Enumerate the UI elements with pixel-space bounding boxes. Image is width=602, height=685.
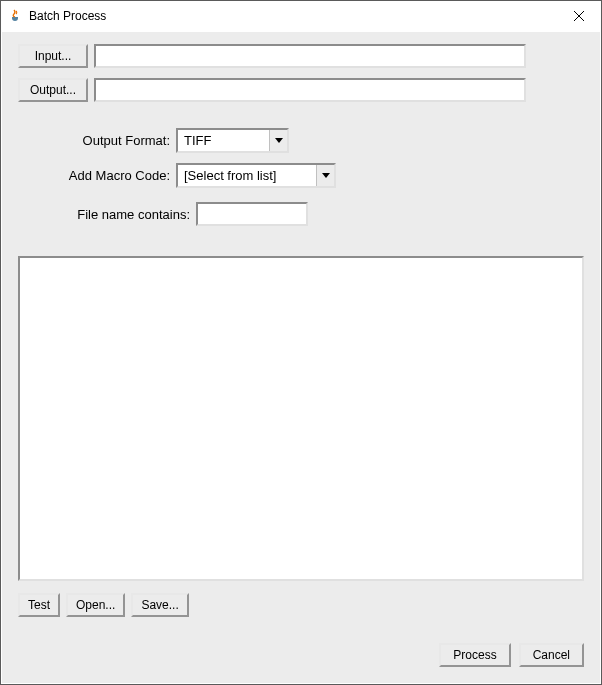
input-button[interactable]: Input... — [18, 44, 88, 68]
output-path-field[interactable] — [94, 78, 526, 102]
dialog-buttons-row: Process Cancel — [18, 643, 584, 667]
java-icon — [7, 8, 23, 24]
macro-row: Add Macro Code: [Select from list] — [18, 163, 584, 188]
script-buttons-row: Test Open... Save... — [18, 593, 584, 617]
script-textarea[interactable] — [18, 256, 584, 581]
macro-label: Add Macro Code: — [18, 168, 176, 183]
input-row: Input... — [18, 44, 584, 68]
open-button[interactable]: Open... — [66, 593, 125, 617]
window-title: Batch Process — [29, 9, 556, 23]
batch-process-window: Batch Process Input... Output... Output … — [0, 0, 602, 685]
filename-contains-field[interactable] — [196, 202, 308, 226]
chevron-down-icon — [269, 130, 287, 151]
test-button[interactable]: Test — [18, 593, 60, 617]
output-button[interactable]: Output... — [18, 78, 88, 102]
close-icon — [574, 11, 584, 21]
titlebar: Batch Process — [1, 1, 601, 31]
close-button[interactable] — [556, 2, 601, 31]
process-button[interactable]: Process — [439, 643, 510, 667]
input-path-field[interactable] — [94, 44, 526, 68]
options-section: Output Format: TIFF Add Macro Code: [Sel… — [18, 128, 584, 236]
macro-select[interactable]: [Select from list] — [176, 163, 336, 188]
cancel-button[interactable]: Cancel — [519, 643, 584, 667]
output-row: Output... — [18, 78, 584, 102]
filename-row: File name contains: — [18, 202, 584, 226]
output-format-select[interactable]: TIFF — [176, 128, 289, 153]
dialog-content: Input... Output... Output Format: TIFF A… — [2, 32, 600, 683]
output-format-value: TIFF — [178, 133, 269, 148]
chevron-down-icon — [316, 165, 334, 186]
filename-label: File name contains: — [18, 207, 196, 222]
save-button[interactable]: Save... — [131, 593, 188, 617]
svg-marker-2 — [275, 138, 283, 143]
macro-value: [Select from list] — [178, 168, 316, 183]
output-format-row: Output Format: TIFF — [18, 128, 584, 153]
output-format-label: Output Format: — [18, 133, 176, 148]
svg-marker-3 — [322, 173, 330, 178]
